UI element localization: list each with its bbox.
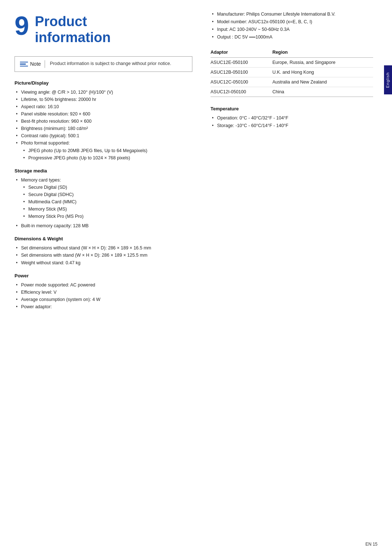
storage-media-heading: Storage media (15, 168, 192, 175)
chapter-number: 9 (15, 13, 29, 39)
list-item: Panel visible resolution: 920 × 600 (15, 111, 192, 117)
list-item: Photo format supported: JPEG photo (Up t… (15, 140, 192, 161)
language-sidebar-tab: English (384, 65, 392, 94)
table-cell-region: Australia and New Zealand (272, 77, 373, 87)
list-item: Weight without stand: 0.47 kg (15, 260, 192, 266)
picture-display-heading: Picture/Display (15, 80, 192, 87)
table-cell-adaptor: ASUC12E-050100 (211, 57, 272, 67)
temperature-heading: Temperature (211, 106, 373, 113)
list-item: Aspect ratio: 16:10 (15, 103, 192, 110)
chapter-title-line1: Product (35, 14, 87, 29)
list-item: Progressive JPEG photo (Up to 1024 × 768… (21, 155, 192, 161)
list-item: Memory Stick Pro (MS Pro) (21, 213, 192, 220)
table-cell-adaptor: ASUC12I-050100 (211, 87, 272, 97)
list-item: Model number: ASUC12x-050100 (x=E, B, C,… (211, 19, 373, 25)
note-icon-area: Note (20, 60, 45, 68)
table-header-adaptor: Adaptor (211, 47, 272, 58)
table-row: ASUC12C-050100 Australia and New Zealand (211, 77, 373, 87)
list-item: Viewing angle: @ C/R > 10, 120° (H)/100°… (15, 89, 192, 95)
left-column: 9 Product information Note Product infor… (15, 11, 203, 543)
list-item: Lifetime, to 50% brightness: 20000 hr (15, 96, 192, 103)
note-text: Product information is subject to change… (50, 60, 171, 67)
table-cell-region: U.K. and Hong Kong (272, 67, 373, 77)
list-item: Brightness (minimum): 180 cd/m² (15, 125, 192, 132)
list-item: Secure Digital (SDHC) (21, 191, 192, 198)
page-footer: EN 15 (366, 541, 377, 547)
list-item: Multimedia Card (MMC) (21, 199, 192, 205)
list-item: Secure Digital (SD) (21, 184, 192, 191)
adaptor-table: Adaptor Region ASUC12E-050100 Europe, Ru… (211, 47, 373, 97)
list-item: Memory Stick (MS) (21, 206, 192, 212)
list-item: Output : DC 5V ══1000mA (211, 34, 373, 40)
storage-media-list: Memory card types: Secure Digital (SD) S… (15, 177, 192, 229)
content-area: 9 Product information Note Product infor… (0, 0, 384, 554)
list-item: Best-fit photo resolution: 960 × 600 (15, 118, 192, 125)
chapter-title-line2: information (35, 30, 111, 45)
list-item: Set dimensions without stand (W × H × D)… (15, 245, 192, 251)
list-item: Built-in memory capacity: 128 MB (15, 223, 192, 229)
note-box: Note Product information is subject to c… (15, 56, 192, 72)
power-adaptor-list: Manufacturer: Philips Consumer Lifestyle… (211, 11, 373, 41)
dimensions-list: Set dimensions without stand (W × H × D)… (15, 245, 192, 266)
table-cell-region: Europe, Russia, and Singapore (272, 57, 373, 67)
list-item: Operation: 0°C - 40°C/32°F - 104°F (211, 115, 373, 121)
list-item: Contrast ratio (typical): 500:1 (15, 133, 192, 139)
photo-format-sublist: JPEG photo (Up to 20MB JPEG files, Up to… (21, 147, 192, 161)
right-column: Manufacturer: Philips Consumer Lifestyle… (203, 11, 373, 543)
note-icon (20, 62, 28, 67)
page: English 9 Product information (0, 0, 392, 554)
list-item: Average consumption (system on): 4 W (15, 296, 192, 303)
page-title-section: 9 Product information (15, 11, 192, 45)
chapter-title: Product information (15, 11, 192, 45)
list-item: Input: AC 100-240V ~ 50-60Hz 0.3A (211, 26, 373, 33)
list-item: Power mode supported: AC powered (15, 282, 192, 288)
memory-card-sublist: Secure Digital (SD) Secure Digital (SDHC… (21, 184, 192, 220)
table-row: ASUC12B-050100 U.K. and Hong Kong (211, 67, 373, 77)
dimensions-heading: Dimensions & Weight (15, 236, 192, 243)
table-header-region: Region (272, 47, 373, 58)
list-item: Manufacturer: Philips Consumer Lifestyle… (211, 11, 373, 17)
list-item: Set dimensions with stand (W × H × D): 2… (15, 252, 192, 258)
list-item: JPEG photo (Up to 20MB JPEG files, Up to… (21, 147, 192, 154)
temperature-list: Operation: 0°C - 40°C/32°F - 104°F Stora… (211, 115, 373, 129)
picture-display-list: Viewing angle: @ C/R > 10, 120° (H)/100°… (15, 89, 192, 161)
table-cell-region: China (272, 87, 373, 97)
list-item: Memory card types: Secure Digital (SD) S… (15, 177, 192, 220)
table-cell-adaptor: ASUC12C-050100 (211, 77, 272, 87)
sidebar-tab-label: English (385, 72, 391, 87)
power-list: Power mode supported: AC powered Efficie… (15, 282, 192, 310)
power-heading: Power (15, 273, 192, 280)
table-row: ASUC12E-050100 Europe, Russia, and Singa… (211, 57, 373, 67)
list-item: Efficiency level: V (15, 289, 192, 296)
list-item: Power adaptor: (15, 304, 192, 310)
note-label: Note (30, 60, 41, 68)
list-item: Storage: -10°C - 60°C/14°F - 140°F (211, 122, 373, 129)
footer-text: EN 15 (366, 542, 377, 547)
table-cell-adaptor: ASUC12B-050100 (211, 67, 272, 77)
table-row: ASUC12I-050100 China (211, 87, 373, 97)
